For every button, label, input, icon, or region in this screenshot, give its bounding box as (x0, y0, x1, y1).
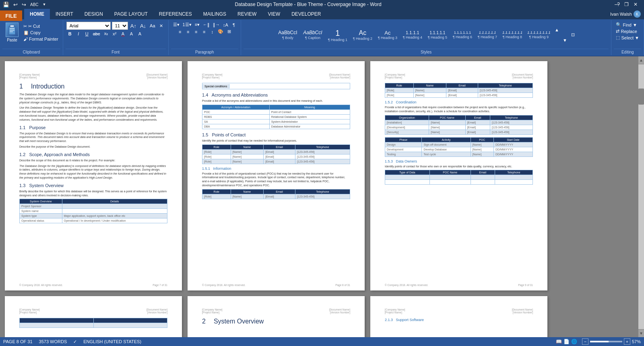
style-heading5[interactable]: 1.1.1.1.1 ¶ Heading 5 (425, 29, 450, 41)
tab-developer[interactable]: DEVELOPER (286, 9, 326, 19)
tab-page-layout[interactable]: PAGE LAYOUT (109, 9, 153, 19)
align-center-button[interactable]: ≡ (184, 29, 192, 35)
italic-button[interactable]: I (75, 31, 82, 37)
find-button[interactable]: 🔍 Find ▼ (615, 22, 638, 28)
sort-button[interactable]: ↕A (222, 22, 229, 28)
font-color-2-button[interactable]: A (136, 31, 144, 37)
style-heading1[interactable]: 1 ¶ Heading 1 (326, 27, 350, 43)
bullets-button[interactable]: ☰▾ (172, 22, 181, 28)
tab-insert[interactable]: INSERT (50, 9, 79, 19)
style-heading3[interactable]: Ac ¶ Heading 3 (376, 29, 400, 41)
svg-rect-3 (10, 30, 14, 31)
border-button[interactable]: ⊞ (225, 29, 233, 35)
page-indicator: PAGE 8 OF 31 (3, 339, 33, 344)
style-body[interactable]: AaBbCcI ¶ Body (276, 29, 300, 41)
style-caption[interactable]: AaBbCcI ¶ Caption (301, 29, 325, 41)
restore-button[interactable]: ❐ (623, 2, 630, 7)
tab-mailings[interactable]: MAILINGS (198, 9, 232, 19)
numbering-button[interactable]: 1☰▾ (182, 22, 193, 28)
replace-button[interactable]: ⇄ Replace (615, 28, 638, 34)
format-painter-button[interactable]: 🖌 Format Painter (22, 36, 60, 42)
table-row: DBA Database Administrator (202, 124, 350, 129)
print-layout-button[interactable]: 📄 (564, 339, 570, 344)
style-heading6[interactable]: 1.1.1.1.1.1 ¶ Heading 6 (450, 29, 475, 40)
underline-button[interactable]: U (83, 31, 91, 37)
status-right: 📖 📄 🌐 − + 57% (556, 338, 641, 345)
redo-button[interactable]: ↪ (21, 1, 27, 8)
font-family-select[interactable]: Arial (66, 22, 111, 30)
justify-button[interactable]: ≡ (200, 29, 208, 35)
h2-sysoverview: 1.3 System Overview (19, 183, 167, 188)
coord-para: Provide a list of organizations that req… (385, 105, 533, 113)
case-button[interactable]: Aa (149, 23, 156, 29)
show-hide-button[interactable]: ¶ (230, 22, 237, 28)
table-row: [Role] [Name] [Email] [123-345-456] (202, 149, 350, 154)
multilevel-button[interactable]: ≡▾ (194, 22, 201, 28)
tab-review[interactable]: REVIEW (232, 9, 262, 19)
bold-button[interactable]: B (66, 31, 74, 37)
replace-icon: ⇄ (616, 29, 619, 34)
style-heading8[interactable]: 1.1.1.1.1.1.1 ¶ Heading 8 (500, 29, 524, 40)
zoom-in-button[interactable]: + (624, 338, 630, 345)
zoom-slider[interactable] (590, 341, 622, 342)
spelling-button[interactable]: ABC (29, 2, 40, 7)
align-left-button[interactable]: ≡ (176, 29, 184, 35)
style-heading7[interactable]: 1.1.1.1.1.1 ¶ Heading 7 (475, 29, 500, 40)
align-right-button[interactable]: ≡ (192, 29, 200, 35)
special-conditions-field: Special conditions (202, 83, 350, 89)
read-mode-button[interactable]: 📖 (556, 339, 562, 344)
style-heading4[interactable]: 1.1.1.1 ¶ Heading 4 (400, 29, 425, 41)
page-10-header: [Company Name][Project Name] [Document N… (19, 308, 167, 314)
font-size-select[interactable]: 11 (112, 22, 128, 30)
copy-button[interactable]: 📋 Copy (22, 30, 60, 36)
font-grow-button[interactable]: A↑ (129, 23, 138, 29)
help-icon[interactable]: ? (617, 2, 620, 7)
table-row: Development Develop Database [Name] DD/M… (385, 147, 533, 152)
ribbon-tabs: FILE HOME INSERT DESIGN PAGE LAYOUT REFE… (0, 9, 644, 19)
quick-access-toolbar[interactable]: 💾 ↩ ↪ ABC ▼ (0, 0, 47, 9)
find-icon: 🔍 (616, 22, 621, 27)
paste-button[interactable]: Paste (3, 22, 21, 43)
font-shrink-button[interactable]: A↓ (139, 23, 147, 29)
coordination-table: Organization POC Name Email Telephone [I… (385, 115, 533, 135)
font-color-button[interactable]: A (120, 31, 127, 37)
styles-scroll-down[interactable]: ▼ (561, 37, 569, 43)
data-owners-table: Type of Data POC Name Email Telephone (385, 170, 533, 185)
save-button[interactable]: 💾 (2, 1, 10, 8)
line-spacing-button[interactable]: ↕ (208, 29, 216, 35)
svg-rect-2 (10, 28, 14, 29)
language-indicator: ENGLISH (UNITED STATES) (83, 339, 141, 344)
superscript-button[interactable]: x² (111, 31, 118, 37)
qat-more-button[interactable]: ▼ (41, 2, 47, 7)
tab-references[interactable]: REFERENCES (153, 9, 198, 19)
file-button[interactable]: FILE (0, 10, 22, 21)
help-area[interactable]: ? (617, 0, 620, 9)
zoom-out-button[interactable]: − (582, 338, 588, 345)
web-layout-button[interactable]: 🌐 (571, 339, 577, 344)
document-area[interactable]: [Company Name][Project Name] [Document N… (0, 56, 644, 337)
cut-button[interactable]: ✂ ✂ Cut (22, 23, 60, 29)
styles-expand[interactable]: ⊡ (570, 32, 577, 38)
subscript-button[interactable]: x₂ (103, 31, 110, 37)
styles-group-content: AaBbCcI ¶ Body AaBbCcI ¶ Caption 1 ¶ Hea… (274, 21, 578, 49)
style-heading9[interactable]: 1.1.1.1.1.1.1.1 ¶ Heading 9 (525, 29, 553, 40)
table-row: System type Major application, support s… (20, 214, 167, 218)
close-button[interactable]: ✕ (632, 2, 639, 7)
styles-scroll-up[interactable]: ▲ (553, 27, 561, 33)
tab-design[interactable]: DESIGN (79, 9, 109, 19)
highlight-color-button[interactable]: A (128, 31, 135, 37)
spelling-icon[interactable]: ✓ (73, 339, 77, 344)
strikethrough-button[interactable]: abc (92, 31, 101, 37)
page-8: [Company Name][Project Name] [Document N… (188, 61, 365, 290)
shading-button[interactable]: 🎨 (217, 29, 225, 35)
clear-format-button[interactable]: ✕ (158, 23, 165, 29)
avatar: K (634, 10, 641, 18)
undo-button[interactable]: ↩ (12, 1, 19, 8)
vertical-scrollbar[interactable]: ▲ ▼ (638, 56, 644, 337)
decrease-indent-button[interactable]: ←‖ (202, 22, 211, 28)
tab-view[interactable]: VIEW (262, 9, 286, 19)
tab-home[interactable]: HOME (24, 9, 50, 19)
increase-indent-button[interactable]: ‖→ (212, 22, 221, 28)
style-heading2[interactable]: Ac ¶ Heading 2 (351, 28, 375, 42)
select-button[interactable]: ⬚ Select ▼ (615, 35, 640, 41)
